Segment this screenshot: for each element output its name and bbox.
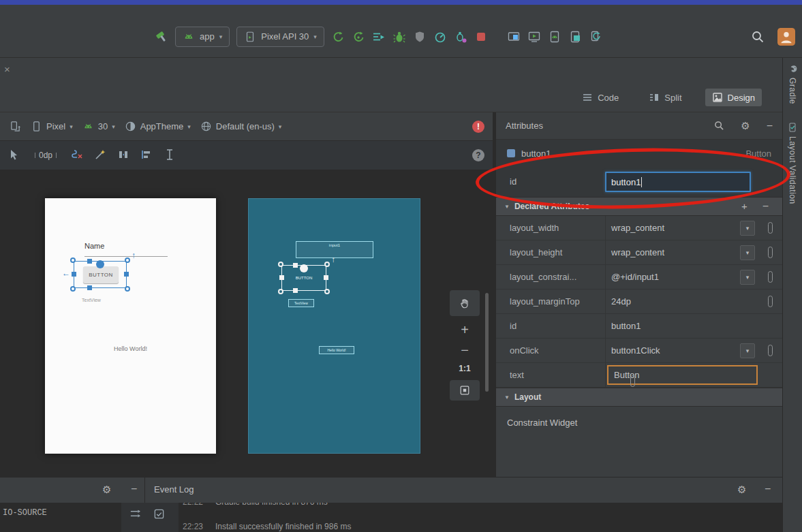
blueprint-canvas[interactable]: input1 BUTTON ↑ TextView Hello World! — [248, 198, 420, 454]
pick-resource-icon[interactable] — [768, 345, 773, 356]
default-margin-selector[interactable]: 0dp — [31, 151, 60, 160]
resize-handle-icon[interactable] — [324, 275, 328, 280]
hello-world-text[interactable]: Hello World! — [45, 345, 216, 352]
attach-debugger-icon[interactable] — [410, 27, 430, 46]
design-surface[interactable]: Name BUTTON ↑ ← TextView Hello World! in — [0, 170, 493, 477]
resize-handle-icon[interactable] — [279, 275, 284, 280]
help-icon[interactable]: ? — [472, 149, 484, 161]
attr-value[interactable]: @+id/input1 ▾ — [605, 265, 782, 289]
profiler-icon[interactable] — [430, 27, 450, 46]
resize-handle-icon[interactable] — [124, 272, 129, 277]
gear-icon[interactable]: ⚙ — [741, 120, 750, 132]
attr-value[interactable]: button1Click ▾ — [605, 339, 782, 362]
stop-icon[interactable] — [471, 27, 491, 46]
orientation-icon[interactable] — [10, 121, 21, 132]
pick-resource-icon[interactable] — [768, 271, 773, 283]
textview-widget-label[interactable]: TextView — [82, 298, 101, 302]
vertical-scrollbar[interactable] — [485, 293, 489, 392]
build-hammer-icon[interactable] — [151, 27, 172, 46]
clear-constraints-icon[interactable] — [71, 148, 83, 163]
running-devices-icon[interactable] — [524, 27, 544, 46]
constraint-handle-icon[interactable] — [125, 257, 130, 263]
pick-resource-icon[interactable] — [768, 222, 773, 234]
debug-icon[interactable] — [389, 27, 410, 46]
constraint-handle-icon[interactable] — [125, 286, 130, 292]
button-selection-overlay[interactable]: BUTTON ↑ ← — [74, 261, 127, 288]
hide-panel-icon[interactable]: − — [765, 483, 771, 495]
constraint-handle-icon[interactable] — [70, 286, 76, 292]
blueprint-textview-widget[interactable]: TextView — [288, 299, 314, 307]
layout-section-header[interactable]: ▼ Layout — [496, 388, 782, 407]
value-dropdown-button[interactable]: ▾ — [740, 245, 755, 260]
attr-value[interactable]: wrap_content ▾ — [605, 216, 782, 240]
resize-handle-icon[interactable] — [293, 288, 298, 293]
api-level-selector[interactable]: 30 ▾ — [82, 121, 115, 132]
constraint-handle-icon[interactable] — [278, 262, 283, 267]
guidelines-icon[interactable] — [164, 148, 176, 163]
infer-constraints-icon[interactable] — [94, 148, 106, 163]
blueprint-hello-widget[interactable]: Hello World! — [319, 346, 354, 354]
pick-resource-icon[interactable] — [768, 247, 773, 258]
pick-resource-icon[interactable] — [768, 296, 773, 307]
soft-wrap-icon[interactable] — [129, 508, 141, 520]
anchor-dot-icon[interactable] — [96, 260, 104, 268]
profile-low-overhead-icon[interactable] — [450, 27, 471, 46]
search-icon[interactable] — [714, 121, 724, 131]
gear-icon[interactable]: ⚙ — [102, 484, 111, 496]
locale-selector[interactable]: Default (en-us) ▾ — [200, 121, 282, 132]
autoconnect-icon[interactable] — [8, 148, 20, 163]
profile-avatar[interactable] — [777, 28, 795, 46]
target-device-dropdown[interactable]: Pixel API 30 ▾ — [236, 27, 324, 47]
zoom-in-icon[interactable]: + — [461, 323, 469, 337]
constraint-handle-icon[interactable] — [324, 289, 330, 294]
tab-code[interactable]: Code — [575, 89, 626, 106]
constraint-handle-icon[interactable] — [324, 262, 330, 267]
attr-value[interactable]: 24dp — [605, 290, 782, 313]
pan-hand-icon[interactable] — [450, 290, 480, 316]
resize-handle-icon[interactable] — [87, 259, 92, 264]
value-dropdown-button[interactable]: ▾ — [740, 221, 755, 236]
pack-icon[interactable] — [117, 148, 129, 163]
declared-attributes-section-header[interactable]: ▼ Declared Attributes + − — [496, 197, 782, 216]
selected-component-row[interactable]: button1 Button — [496, 140, 782, 167]
design-canvas[interactable]: Name BUTTON ↑ ← TextView Hello World! — [45, 198, 216, 454]
pick-resource-icon[interactable] — [630, 375, 635, 387]
sidebar-item-gradle[interactable]: Gradle — [787, 63, 798, 104]
layout-inspector-icon[interactable] — [565, 27, 585, 46]
align-icon[interactable] — [140, 148, 153, 163]
constraint-handle-icon[interactable] — [70, 257, 76, 263]
run-tasks-icon[interactable] — [369, 27, 389, 46]
hide-panel-icon[interactable]: − — [767, 120, 773, 132]
zoom-out-icon[interactable]: − — [461, 343, 469, 357]
value-dropdown-button[interactable]: ▾ — [740, 270, 755, 285]
tab-design[interactable]: Design — [705, 89, 762, 106]
attr-value[interactable]: wrap_content ▾ — [605, 240, 782, 264]
zoom-scale-label[interactable]: 1:1 — [459, 364, 470, 373]
remove-attribute-icon[interactable]: − — [762, 200, 769, 213]
device-selector[interactable]: Pixel ▾ — [31, 121, 73, 132]
search-icon[interactable] — [747, 27, 768, 46]
value-dropdown-button[interactable]: ▾ — [740, 343, 755, 358]
blueprint-button-selection[interactable]: BUTTON ↑ — [281, 265, 326, 291]
edittext-widget-label[interactable]: Name — [84, 242, 104, 250]
resize-handle-icon[interactable] — [72, 272, 76, 277]
tab-split[interactable]: Split — [642, 89, 688, 106]
check-icon[interactable] — [153, 508, 165, 520]
run-configuration-dropdown[interactable]: app ▾ — [175, 27, 230, 47]
device-file-explorer-icon[interactable] — [504, 27, 524, 46]
attr-value-highlighted[interactable]: Button — [605, 363, 782, 387]
apply-changes-icon[interactable] — [328, 27, 348, 46]
sync-device-icon[interactable] — [585, 27, 606, 46]
error-badge-icon[interactable]: ! — [472, 121, 484, 133]
button-widget[interactable]: BUTTON — [83, 266, 119, 283]
sidebar-item-layout-validation[interactable]: Layout Validation — [787, 122, 798, 204]
add-attribute-icon[interactable]: + — [741, 200, 747, 213]
avd-manager-icon[interactable] — [544, 27, 565, 46]
zoom-to-fit-icon[interactable] — [450, 380, 480, 401]
anchor-dot-icon[interactable] — [300, 264, 308, 272]
hide-panel-icon[interactable]: − — [131, 483, 137, 495]
apply-code-changes-icon[interactable] — [348, 27, 369, 46]
theme-selector[interactable]: AppTheme ▾ — [125, 121, 191, 132]
attr-value[interactable]: button1 — [605, 314, 782, 338]
id-input[interactable]: button1 — [605, 172, 751, 192]
